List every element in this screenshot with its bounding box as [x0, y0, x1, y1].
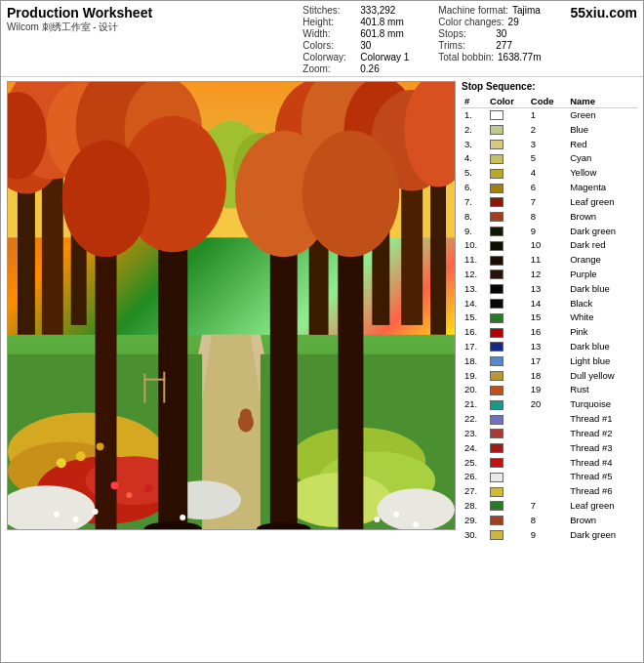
row-num: 15.: [462, 311, 487, 325]
color-swatch: [490, 487, 503, 497]
col-header-name: Name: [567, 95, 637, 108]
stitches-val: 333,292: [360, 5, 395, 16]
table-row: 21. 20 Turquoise: [462, 397, 637, 412]
row-code: 15: [528, 311, 567, 325]
row-swatch: [487, 397, 528, 412]
row-code: 2: [528, 123, 567, 138]
colorway-val: Colorway 1: [360, 52, 409, 62]
row-swatch: [487, 166, 528, 181]
color-swatch: [490, 443, 503, 453]
stitches-label: Stitches:: [302, 5, 356, 16]
table-row: 26. Thread #5: [462, 470, 637, 484]
color-swatch: [490, 458, 503, 468]
color-swatch: [490, 473, 503, 482]
table-row: 7. 7 Leaf green: [462, 195, 637, 210]
col-header-num: #: [462, 95, 487, 108]
table-row: 11. 11 Orange: [462, 253, 637, 268]
main-area: Stop Sequence: # Color Code Name 1. 1 Gr…: [1, 77, 643, 546]
row-code: 13: [528, 282, 567, 297]
color-swatch: [490, 227, 503, 236]
height-val: 401.8 mm: [360, 17, 403, 27]
row-code: 9: [528, 225, 567, 239]
row-name: Cyan: [567, 151, 637, 166]
row-code: 6: [528, 181, 567, 195]
row-swatch: [487, 325, 528, 340]
table-row: 15. 15 White: [462, 311, 637, 325]
table-row: 20. 19 Rust: [462, 383, 637, 397]
stops-val: 30: [496, 28, 506, 39]
row-num: 24.: [462, 441, 487, 456]
machine-val: Tajima: [512, 5, 541, 16]
row-name: Thread #3: [567, 441, 637, 456]
row-name: Thread #5: [567, 470, 637, 484]
row-swatch: [487, 427, 528, 441]
row-code: 8: [528, 514, 567, 528]
row-swatch: [487, 225, 528, 239]
table-row: 17. 13 Dark blue: [462, 340, 637, 354]
row-num: 22.: [462, 412, 487, 427]
row-code: 1: [528, 108, 567, 123]
row-num: 11.: [462, 253, 487, 268]
row-swatch: [487, 181, 528, 195]
table-row: 19. 18 Dull yellow: [462, 369, 637, 384]
svg-point-52: [54, 512, 60, 518]
row-name: Brown: [567, 514, 637, 528]
color-swatch: [490, 140, 503, 149]
row-code: [528, 470, 567, 484]
row-code: 14: [528, 297, 567, 311]
row-num: 6.: [462, 181, 487, 195]
color-swatch: [490, 313, 503, 323]
row-name: White: [567, 311, 637, 325]
page-title: Production Worksheet: [7, 5, 152, 21]
svg-point-55: [180, 515, 185, 520]
table-row: 1. 1 Green: [462, 108, 637, 123]
svg-point-64: [57, 458, 66, 468]
svg-rect-65: [143, 374, 145, 403]
row-swatch: [487, 195, 528, 210]
color-swatch: [490, 429, 503, 438]
brand-logo: 55xiu.com: [571, 5, 637, 21]
svg-point-58: [374, 517, 380, 522]
svg-rect-67: [143, 379, 165, 381]
table-row: 18. 17 Light blue: [462, 354, 637, 369]
row-code: 12: [528, 268, 567, 282]
colorway-label: Colorway:: [302, 52, 356, 62]
row-name: Light blue: [567, 354, 637, 369]
color-swatch: [490, 154, 503, 164]
row-code: [528, 441, 567, 456]
header-left: Production Worksheet Wilcom 刺绣工作室 - 设计: [7, 5, 152, 34]
stats-col-2: Machine format:Tajima Color changes:29 S…: [438, 5, 541, 74]
row-code: 17: [528, 354, 567, 369]
row-swatch: [487, 282, 528, 297]
color-swatch: [490, 342, 503, 352]
row-name: Orange: [567, 253, 637, 268]
row-num: 28.: [462, 499, 487, 514]
row-name: Thread #4: [567, 456, 637, 471]
row-num: 12.: [462, 268, 487, 282]
width-val: 601.8 mm: [360, 28, 403, 39]
color-swatch: [490, 400, 503, 410]
total-bobbin-label: Total bobbin:: [438, 52, 494, 62]
row-code: 10: [528, 238, 567, 253]
image-section: [7, 81, 456, 542]
row-num: 23.: [462, 427, 487, 441]
svg-point-51: [240, 409, 252, 421]
table-row: 22. Thread #1: [462, 412, 637, 427]
color-swatch: [490, 415, 503, 425]
row-swatch: [487, 210, 528, 225]
stop-table: # Color Code Name 1. 1 Green 2. 2 Blue 3…: [462, 95, 637, 542]
row-num: 13.: [462, 282, 487, 297]
info-section: Stop Sequence: # Color Code Name 1. 1 Gr…: [462, 81, 637, 542]
row-name: Green: [567, 108, 637, 123]
row-name: Magenta: [567, 181, 637, 195]
row-num: 16.: [462, 325, 487, 340]
table-row: 24. Thread #3: [462, 441, 637, 456]
color-swatch: [490, 386, 503, 395]
row-swatch: [487, 412, 528, 427]
row-code: 3: [528, 138, 567, 152]
svg-point-59: [111, 481, 119, 489]
row-swatch: [487, 138, 528, 152]
embroidery-image: [7, 81, 456, 530]
color-swatch: [490, 241, 503, 251]
color-swatch: [490, 125, 503, 135]
